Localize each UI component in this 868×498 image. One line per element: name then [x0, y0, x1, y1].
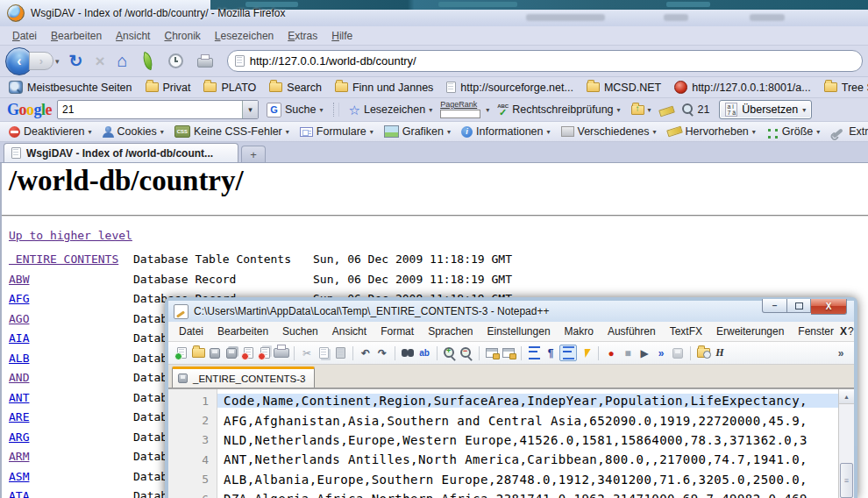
np-tab-entire-contents[interactable]: _ENTIRE_CONTENTS-3	[172, 366, 315, 388]
entry-link[interactable]: ASM	[9, 470, 29, 483]
forward-button[interactable]: ›	[29, 52, 53, 70]
new-file-button[interactable]	[174, 345, 189, 360]
entry-link[interactable]: AIA	[9, 331, 29, 345]
stop-button[interactable]: ×	[95, 52, 104, 71]
vertical-scrollbar[interactable]: ▲ ≡	[838, 389, 854, 498]
bookmark-search[interactable]: Search	[265, 80, 326, 96]
html-preview-button[interactable]: H	[712, 345, 728, 360]
dev-grafiken[interactable]: Grafiken▾	[381, 125, 454, 139]
np-menu-ausfuehren[interactable]: Ausführen	[601, 323, 663, 340]
bookmark-localhost-8001[interactable]: http://127.0.0.1:8001/a...	[670, 79, 815, 96]
code-area[interactable]: 1Code,Name,Continent,Region,SurfaceArea,…	[168, 389, 854, 498]
stop-macro-button[interactable]: ■	[620, 345, 636, 360]
google-lesezeichen-button[interactable]: ☆ Lesezeichen ▾	[346, 102, 436, 118]
open-in-explorer-button[interactable]	[695, 345, 711, 360]
bookmark-finn-und-jannes[interactable]: Finn und Jannes	[331, 80, 438, 96]
google-search-box[interactable]: ▾	[57, 100, 259, 119]
dev-formulare[interactable]: Formulare▾	[296, 125, 377, 139]
chevron-down-icon[interactable]: ▾	[486, 106, 489, 114]
record-macro-button[interactable]: ●	[603, 345, 619, 360]
toolbar-overflow-chevron-icon[interactable]: »	[833, 345, 849, 360]
bookmark-sourceforge[interactable]: http://sourceforge.net...	[442, 80, 578, 96]
dev-extras[interactable]: Extras▾	[827, 125, 868, 139]
entry-link[interactable]: AFG	[9, 292, 29, 305]
np-menu-format[interactable]: Format	[374, 323, 421, 340]
menu-bearbeiten[interactable]: Bearbeiten	[44, 27, 109, 45]
entry-link[interactable]: AND	[9, 371, 29, 384]
url-input[interactable]	[250, 54, 855, 68]
notepad-editor[interactable]: 1Code,Name,Continent,Region,SurfaceArea,…	[168, 388, 854, 498]
np-menu-bearbeiten[interactable]: Bearbeiten	[210, 323, 275, 340]
dev-informationen[interactable]: iInformationen▾	[458, 125, 553, 139]
close-button[interactable]: X	[811, 299, 847, 315]
entry-link[interactable]: ARE	[9, 410, 29, 423]
entry-link[interactable]: ABW	[9, 273, 29, 286]
indent-guide-button[interactable]	[559, 345, 577, 361]
up-to-higher-level-link[interactable]: Up to higher level	[9, 229, 132, 242]
np-menu-makro[interactable]: Makro	[558, 323, 601, 340]
dev-css[interactable]: CSSKeine CSS-Fehler▾	[171, 125, 293, 139]
replace-button[interactable]: ab	[416, 345, 432, 360]
np-menu-datei[interactable]: Datei	[172, 323, 210, 340]
bookmark-plato[interactable]: PLATO	[199, 80, 260, 96]
print-icon[interactable]	[197, 58, 213, 68]
restore-button[interactable]	[787, 299, 811, 313]
np-menu-ansicht[interactable]: Ansicht	[325, 323, 374, 340]
entry-link[interactable]: ARM	[9, 450, 29, 463]
menu-chronik[interactable]: Chronik	[157, 27, 207, 45]
close-file-button[interactable]	[240, 345, 256, 360]
minimize-button[interactable]: –	[762, 299, 787, 313]
function-completion-button[interactable]	[578, 345, 594, 360]
run-macro-multiple-button[interactable]: »	[653, 345, 669, 360]
np-menu-textfx[interactable]: TextFX	[663, 323, 709, 340]
entry-link[interactable]: ENTIRE CONTENTS	[9, 253, 118, 266]
save-all-button[interactable]	[224, 345, 239, 360]
uebersetzen-button[interactable]: a i7 ä Übersetzen ▾	[719, 100, 812, 119]
save-button[interactable]	[207, 345, 223, 360]
google-suche-button[interactable]: G Suche ▾	[264, 101, 325, 119]
google-search-input[interactable]	[58, 103, 242, 116]
np-close-document-button[interactable]: X	[840, 325, 847, 338]
search-dropdown-button[interactable]: ▾	[242, 101, 258, 118]
dev-verschiedenes[interactable]: Verschiedenes▾	[558, 125, 660, 139]
dev-groesse[interactable]: Größe▾	[763, 125, 823, 139]
reload-button[interactable]: ↻	[69, 51, 83, 71]
entry-link[interactable]: AGO	[9, 312, 29, 325]
entry-link[interactable]: ARG	[9, 430, 29, 444]
copy-button[interactable]	[316, 345, 331, 360]
entry-link[interactable]: ATA	[9, 489, 29, 498]
pagerank-widget[interactable]: PageRank	[440, 101, 480, 118]
open-file-button[interactable]	[190, 345, 206, 360]
sync-vertical-button[interactable]	[484, 345, 500, 360]
bookmark-tree-samples[interactable]: Tree Samples	[820, 80, 868, 96]
play-macro-button[interactable]: ▶	[637, 345, 652, 360]
highlighter-icon[interactable]	[658, 106, 675, 117]
sync-horizontal-button[interactable]	[501, 345, 516, 360]
close-all-button[interactable]	[257, 345, 273, 360]
new-tab-button[interactable]: +	[241, 146, 266, 162]
menu-extras[interactable]: Extras	[281, 27, 324, 45]
find-button[interactable]	[400, 345, 416, 360]
bookmark-mcsd-net[interactable]: MCSD.NET	[582, 80, 665, 96]
undo-button[interactable]: ↶	[358, 345, 374, 360]
cut-button[interactable]: ✂	[299, 345, 315, 360]
menu-ansicht[interactable]: Ansicht	[109, 27, 157, 45]
sage-leaf-icon[interactable]	[140, 52, 155, 71]
np-menu-suchen[interactable]: Suchen	[275, 323, 325, 340]
scrollbar-thumb[interactable]: ≡	[840, 463, 853, 498]
bookmark-privat[interactable]: Privat	[141, 80, 196, 96]
zoom-in-button[interactable]: +	[442, 345, 458, 360]
send-to-button[interactable]: ↑ ▾	[629, 103, 654, 117]
scroll-up-button[interactable]: ▲	[839, 389, 854, 404]
bookmark-meistbesuchte-seiten[interactable]: Meistbesuchte Seiten	[4, 79, 137, 96]
dev-cookies[interactable]: Cookies▾	[99, 125, 167, 139]
menu-datei[interactable]: Datei	[5, 27, 44, 45]
zoom-indicator[interactable]: 21	[679, 102, 713, 117]
home-button[interactable]: ⌂	[117, 51, 128, 71]
menu-lesezeichen[interactable]: Lesezeichen	[208, 27, 281, 45]
entry-link[interactable]: ANT	[9, 391, 29, 404]
zoom-out-button[interactable]: −	[459, 345, 474, 360]
dev-deaktivieren[interactable]: Deaktivieren▾	[5, 125, 96, 139]
show-symbols-button[interactable]: ¶	[543, 345, 559, 360]
np-menu-erweiterungen[interactable]: Erweiterungen	[709, 323, 791, 340]
